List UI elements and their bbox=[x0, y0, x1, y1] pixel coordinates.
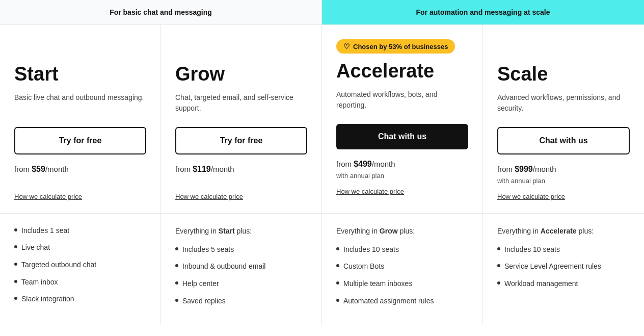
feature-text: Service Level Agreement rules bbox=[504, 262, 601, 272]
plan-col-grow: Grow Chat, targeted email, and self-serv… bbox=[161, 25, 322, 213]
bullet-icon bbox=[175, 264, 178, 267]
price-period-grow: /month bbox=[211, 165, 234, 173]
feature-item: Slack integration bbox=[14, 294, 146, 304]
features-col-scale: Everything in Accelerate plus: Includes … bbox=[483, 214, 644, 325]
plan-name-scale: Scale bbox=[497, 64, 630, 85]
price-from-scale: from bbox=[497, 165, 515, 173]
annual-note-accelerate: with annual plan bbox=[336, 172, 468, 179]
price-row-start: from $59/month bbox=[14, 165, 146, 174]
feature-item: Includes 10 seats bbox=[497, 245, 630, 255]
features-intro-accelerate: Everything in Grow plus: bbox=[336, 226, 468, 237]
bullet-icon bbox=[497, 247, 500, 250]
badge-placeholder bbox=[497, 39, 630, 57]
feature-text: Includes 10 seats bbox=[504, 245, 560, 255]
feature-item: Automated assignment rules bbox=[336, 296, 468, 306]
features-col-accelerate: Everything in Grow plus: Includes 10 sea… bbox=[322, 214, 483, 325]
price-amount-start: $59 bbox=[32, 165, 45, 173]
feature-text: Inbound & outbound email bbox=[182, 262, 265, 272]
price-from-accelerate: from bbox=[336, 160, 354, 168]
feature-text: Multiple team inboxes bbox=[343, 279, 412, 289]
bullet-icon bbox=[14, 228, 17, 231]
price-from-grow: from bbox=[175, 165, 193, 173]
badge-placeholder bbox=[14, 39, 146, 57]
try-free-button-start[interactable]: Try for free bbox=[14, 127, 146, 154]
features-intro-grow: Everything in Start plus: bbox=[175, 226, 307, 237]
plan-col-start: Start Basic live chat and outbound messa… bbox=[0, 25, 161, 213]
feature-text: Saved replies bbox=[182, 296, 226, 306]
price-period-start: /month bbox=[45, 165, 69, 173]
chat-button-accelerate[interactable]: Chat with us bbox=[336, 124, 468, 149]
feature-item: Live chat bbox=[14, 243, 146, 253]
feature-item: Inbound & outbound email bbox=[175, 262, 307, 272]
feature-text: Live chat bbox=[21, 243, 50, 253]
features-col-start: Includes 1 seat Live chat Targeted outbo… bbox=[0, 214, 161, 325]
price-row-accelerate: from $499/month bbox=[336, 160, 468, 169]
feature-item: Includes 5 seats bbox=[175, 245, 307, 255]
bullet-icon bbox=[14, 280, 17, 283]
plan-name-start: Start bbox=[14, 64, 146, 85]
popular-badge: ♡ Chosen by 53% of businesses bbox=[336, 39, 455, 54]
feature-text: Automated assignment rules bbox=[343, 296, 434, 306]
plan-col-accelerate: ♡ Chosen by 53% of businesses Accelerate… bbox=[322, 25, 483, 213]
chat-button-scale[interactable]: Chat with us bbox=[497, 127, 630, 154]
plan-name-grow: Grow bbox=[175, 64, 307, 85]
feature-item: Custom Bots bbox=[336, 262, 468, 272]
price-amount-grow: $119 bbox=[193, 165, 211, 173]
bullet-icon bbox=[497, 264, 500, 267]
feature-text: Targeted outbound chat bbox=[21, 260, 96, 270]
annual-note-scale: with annual plan bbox=[497, 177, 630, 185]
features-intro-scale: Everything in Accelerate plus: bbox=[497, 226, 630, 237]
feature-text: Help center bbox=[182, 279, 219, 289]
try-free-button-grow[interactable]: Try for free bbox=[175, 127, 307, 154]
price-row-grow: from $119/month bbox=[175, 165, 307, 174]
price-period-scale: /month bbox=[533, 165, 556, 173]
feature-item: Includes 1 seat bbox=[14, 226, 146, 236]
bullet-icon bbox=[175, 247, 178, 250]
price-from-start: from bbox=[14, 165, 32, 173]
price-amount-scale: $999 bbox=[515, 165, 533, 173]
feature-item: Service Level Agreement rules bbox=[497, 262, 630, 272]
feature-item: Targeted outbound chat bbox=[14, 260, 146, 270]
price-link-grow[interactable]: How we calculate price bbox=[175, 193, 243, 200]
feature-text: Team inbox bbox=[21, 277, 58, 288]
bullet-icon bbox=[14, 245, 17, 248]
bullet-icon bbox=[14, 297, 17, 300]
price-period-accelerate: /month bbox=[372, 160, 395, 168]
feature-text: Slack integration bbox=[21, 294, 74, 304]
feature-item: Saved replies bbox=[175, 296, 307, 306]
price-link-scale[interactable]: How we calculate price bbox=[497, 193, 565, 200]
header-scale: For automation and messaging at scale bbox=[322, 0, 644, 25]
feature-item: Help center bbox=[175, 279, 307, 289]
price-amount-accelerate: $499 bbox=[354, 160, 372, 168]
badge-placeholder bbox=[175, 39, 307, 57]
price-link-start[interactable]: How we calculate price bbox=[14, 193, 82, 200]
features-col-grow: Everything in Start plus: Includes 5 sea… bbox=[161, 214, 322, 325]
feature-item: Workload management bbox=[497, 279, 630, 289]
bullet-icon bbox=[175, 299, 178, 302]
header-basic: For basic chat and messaging bbox=[0, 0, 322, 25]
badge-text: Chosen by 53% of businesses bbox=[353, 43, 448, 50]
plan-col-scale: Scale Advanced workflows, permissions, a… bbox=[483, 25, 644, 213]
heart-icon: ♡ bbox=[343, 42, 350, 50]
feature-text: Includes 5 seats bbox=[182, 245, 234, 255]
feature-item: Multiple team inboxes bbox=[336, 279, 468, 289]
bullet-icon bbox=[497, 281, 500, 285]
bullet-icon bbox=[336, 299, 339, 302]
feature-item: Includes 10 seats bbox=[336, 245, 468, 255]
feature-text: Includes 1 seat bbox=[21, 226, 69, 236]
price-link-accelerate[interactable]: How we calculate price bbox=[336, 188, 404, 195]
feature-item: Team inbox bbox=[14, 277, 146, 288]
plan-name-accelerate: Accelerate bbox=[336, 61, 468, 82]
bullet-icon bbox=[336, 264, 339, 267]
bullet-icon bbox=[336, 281, 339, 285]
plan-description-start: Basic live chat and outbound messaging. bbox=[14, 92, 146, 115]
feature-text: Includes 10 seats bbox=[343, 245, 399, 255]
bullet-icon bbox=[175, 281, 178, 285]
plan-description-accelerate: Automated workflows, bots, and reporting… bbox=[336, 89, 468, 112]
bullet-icon bbox=[336, 247, 339, 250]
price-row-scale: from $999/month bbox=[497, 165, 630, 174]
plan-description-scale: Advanced workflows, permissions, and sec… bbox=[497, 92, 630, 115]
feature-text: Workload management bbox=[504, 279, 578, 289]
bullet-icon bbox=[14, 263, 17, 266]
plan-description-grow: Chat, targeted email, and self-service s… bbox=[175, 92, 307, 115]
